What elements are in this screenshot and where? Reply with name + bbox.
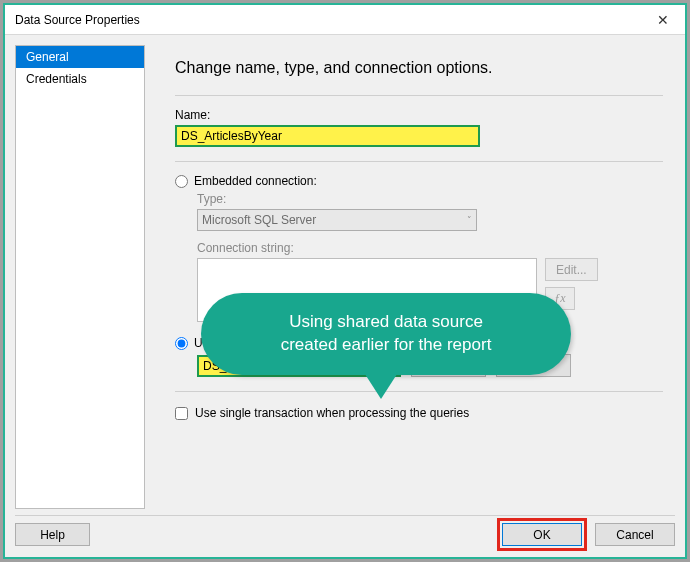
single-tx-row[interactable]: Use single transaction when processing t… xyxy=(175,406,663,420)
window-title: Data Source Properties xyxy=(15,13,140,27)
type-select[interactable]: Microsoft SQL Server ˅ xyxy=(197,209,477,231)
single-tx-checkbox[interactable] xyxy=(175,407,188,420)
divider xyxy=(175,95,663,96)
dialog-window: Data Source Properties ✕ General Credent… xyxy=(3,3,687,559)
panel-heading: Change name, type, and connection option… xyxy=(175,59,663,77)
name-input[interactable] xyxy=(177,127,478,145)
cancel-button[interactable]: Cancel xyxy=(595,523,675,546)
name-field-highlight xyxy=(175,125,480,147)
shared-radio[interactable] xyxy=(175,337,188,350)
close-button[interactable]: ✕ xyxy=(640,5,685,35)
footer-button-bar: Help OK Cancel xyxy=(15,515,675,547)
sidebar-item-credentials[interactable]: Credentials xyxy=(16,68,144,90)
type-value: Microsoft SQL Server xyxy=(202,213,316,227)
sidebar-item-label: Credentials xyxy=(26,72,87,86)
content-area: General Credentials Change name, type, a… xyxy=(15,45,675,509)
divider xyxy=(175,161,663,162)
single-tx-label: Use single transaction when processing t… xyxy=(195,406,469,420)
connstr-edit-button[interactable]: Edit... xyxy=(545,258,598,281)
ok-highlight: OK xyxy=(497,518,587,551)
dialog-body: General Credentials Change name, type, a… xyxy=(5,35,685,557)
help-button[interactable]: Help xyxy=(15,523,90,546)
embedded-radio[interactable] xyxy=(175,175,188,188)
main-panel: Change name, type, and connection option… xyxy=(145,45,675,509)
sidebar-item-label: General xyxy=(26,50,69,64)
divider xyxy=(175,391,663,392)
close-icon: ✕ xyxy=(657,12,669,28)
sidebar-item-general[interactable]: General xyxy=(16,46,144,68)
callout-text: Using shared data source created earlier… xyxy=(281,311,492,357)
annotation-callout: Using shared data source created earlier… xyxy=(201,293,571,375)
connstr-label: Connection string: xyxy=(197,241,663,255)
name-label: Name: xyxy=(175,108,663,122)
embedded-radio-row[interactable]: Embedded connection: xyxy=(175,174,663,188)
nav-sidebar: General Credentials xyxy=(15,45,145,509)
type-label: Type: xyxy=(197,192,663,206)
embedded-radio-label: Embedded connection: xyxy=(194,174,317,188)
titlebar: Data Source Properties ✕ xyxy=(5,5,685,35)
ok-button[interactable]: OK xyxy=(502,523,582,546)
chevron-down-icon: ˅ xyxy=(467,215,472,225)
